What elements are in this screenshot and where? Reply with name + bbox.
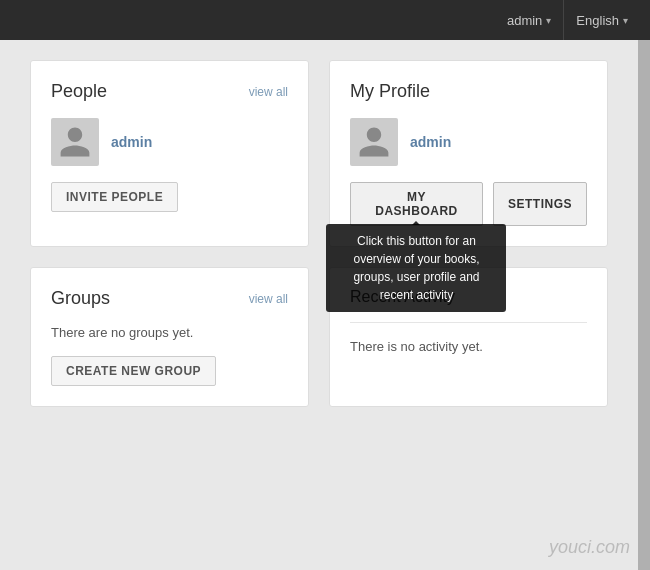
profile-avatar xyxy=(350,118,398,166)
profile-username[interactable]: admin xyxy=(410,134,451,150)
language-chevron: ▾ xyxy=(623,15,628,26)
profile-card: My Profile admin MY DASHBOARD Click this… xyxy=(329,60,608,247)
profile-title: My Profile xyxy=(350,81,430,102)
invite-people-button[interactable]: INVITE PEOPLE xyxy=(51,182,178,212)
language-label: English xyxy=(576,13,619,28)
people-card-header: People view all xyxy=(51,81,288,102)
people-avatar xyxy=(51,118,99,166)
groups-card-header: Groups view all xyxy=(51,288,288,309)
groups-title: Groups xyxy=(51,288,110,309)
groups-view-all[interactable]: view all xyxy=(249,292,288,306)
people-title: People xyxy=(51,81,107,102)
admin-label: admin xyxy=(507,13,542,28)
right-scrollbar[interactable] xyxy=(638,40,650,570)
dashboard-tooltip: Click this button for an overview of you… xyxy=(326,224,506,312)
admin-chevron: ▾ xyxy=(546,15,551,26)
profile-user-row: admin xyxy=(350,118,587,166)
profile-buttons-container: MY DASHBOARD Click this button for an ov… xyxy=(350,182,587,226)
people-view-all[interactable]: view all xyxy=(249,85,288,99)
language-menu[interactable]: English ▾ xyxy=(563,0,640,40)
settings-button[interactable]: SETTINGS xyxy=(493,182,587,226)
no-groups-text: There are no groups yet. xyxy=(51,325,288,340)
people-username[interactable]: admin xyxy=(111,134,152,150)
people-user-row: admin xyxy=(51,118,288,166)
activity-divider xyxy=(350,322,587,323)
no-activity-text: There is no activity yet. xyxy=(350,339,587,354)
no-activity-label: There is no activity yet. xyxy=(350,339,483,354)
profile-card-header: My Profile xyxy=(350,81,587,102)
people-card: People view all admin INVITE PEOPLE xyxy=(30,60,309,247)
top-nav: admin ▾ English ▾ xyxy=(0,0,650,40)
main-content: People view all admin INVITE PEOPLE My P… xyxy=(0,40,638,427)
groups-card: Groups view all There are no groups yet.… xyxy=(30,267,309,407)
watermark: youci.com xyxy=(549,537,630,558)
people-avatar-icon xyxy=(57,124,93,160)
create-new-group-button[interactable]: CREATE NEW GROUP xyxy=(51,356,216,386)
profile-avatar-icon xyxy=(356,124,392,160)
dashboard-tooltip-container: MY DASHBOARD Click this button for an ov… xyxy=(350,182,483,226)
admin-menu[interactable]: admin ▾ xyxy=(495,13,563,28)
